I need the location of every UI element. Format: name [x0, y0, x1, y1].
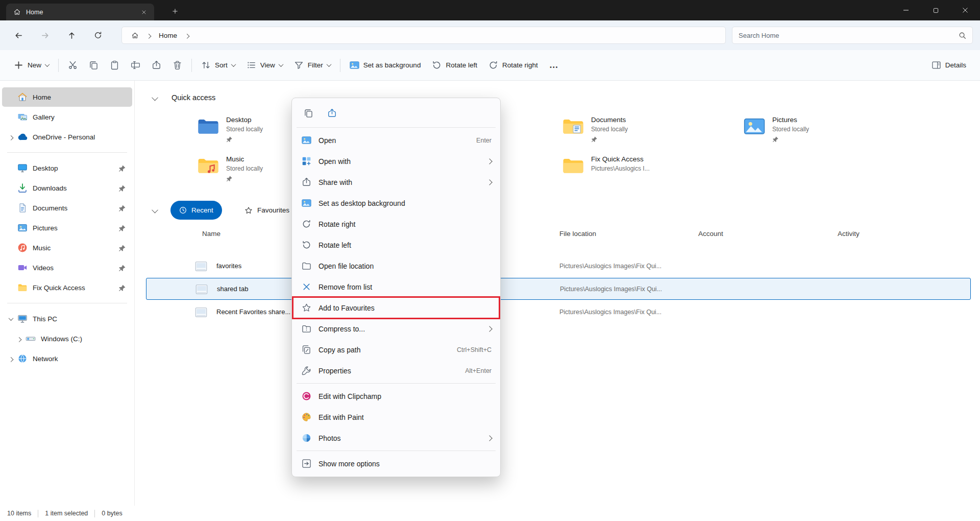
context-menu-item-properties[interactable]: Properties Alt+Enter: [295, 360, 498, 381]
more-options-button[interactable]: …: [544, 55, 564, 76]
context-menu-item-copy-as-path[interactable]: Copy as path Ctrl+Shift+C: [295, 339, 498, 360]
file-row-recent-favorites-share[interactable]: Recent Favorites share... Pictures\Auslo…: [146, 301, 971, 323]
chevron-right-icon: [486, 435, 492, 441]
minimize-button[interactable]: [891, 0, 921, 20]
rotate-right-button[interactable]: Rotate right: [483, 55, 544, 76]
context-menu-item-share-with[interactable]: Share with: [295, 172, 498, 193]
sidebar-item-onedrive[interactable]: OneDrive - Personal: [2, 127, 132, 147]
column-header-activity[interactable]: Activity: [838, 230, 860, 238]
sidebar-item-documents[interactable]: Documents: [2, 198, 132, 218]
context-menu-item-edit-with-paint[interactable]: Edit with Paint: [295, 407, 498, 428]
tile-pictures[interactable]: Pictures Stored locally: [743, 115, 919, 143]
new-button[interactable]: New: [8, 55, 55, 76]
cut-button[interactable]: [62, 55, 83, 76]
refresh-button[interactable]: [87, 26, 109, 45]
address-bar[interactable]: Home: [121, 27, 726, 44]
plus-icon: [14, 60, 23, 70]
tab-home[interactable]: Home: [6, 4, 154, 20]
context-menu-item-remove-from-list[interactable]: Remove from list: [295, 276, 498, 297]
maximize-button[interactable]: [921, 0, 950, 20]
context-menu-item-rotate-right[interactable]: Rotate right: [295, 214, 498, 234]
quick-access-collapse-chevron[interactable]: [149, 92, 160, 104]
file-row-favorites[interactable]: favorites Pictures\Auslogics Images\Fix …: [146, 255, 971, 277]
sidebar-item-this-pc[interactable]: This PC: [2, 309, 132, 328]
view-icon: [247, 60, 256, 70]
open-with-icon: [302, 156, 311, 166]
close-button[interactable]: [950, 0, 980, 20]
chevron-right-icon[interactable]: [185, 33, 190, 38]
sidebar-item-desktop[interactable]: Desktop: [2, 158, 132, 178]
sidebar-item-pictures[interactable]: Pictures: [2, 218, 132, 238]
back-button[interactable]: [7, 26, 30, 45]
context-menu-item-photos[interactable]: Photos: [295, 428, 498, 448]
rotate-left-button[interactable]: Rotate left: [426, 55, 483, 76]
context-menu-item-show-more-options[interactable]: Show more options: [295, 453, 498, 474]
copy-button[interactable]: [299, 104, 318, 122]
chevron-right-icon[interactable]: [146, 33, 152, 38]
copy-path-icon: [302, 345, 311, 354]
context-menu-quick-actions: [295, 101, 498, 125]
recent-filter-button[interactable]: Recent: [170, 201, 222, 220]
context-menu-item-open[interactable]: Open Enter: [295, 130, 498, 151]
videos-icon: [17, 263, 28, 273]
search-box[interactable]: [732, 27, 973, 44]
search-icon[interactable]: [959, 32, 966, 39]
titlebar: Home: [0, 0, 980, 20]
rotate-left-icon: [302, 240, 311, 250]
sidebar-item-downloads[interactable]: Downloads: [2, 178, 132, 198]
context-menu-item-open-file-location[interactable]: Open file location: [295, 255, 498, 276]
tile-fix-quick-access[interactable]: Fix Quick Access Pictures\Auslogics I...: [561, 155, 738, 175]
paste-button[interactable]: [104, 55, 125, 76]
filter-button[interactable]: Filter: [288, 55, 336, 76]
search-input[interactable]: [739, 32, 959, 39]
sidebar-item-network[interactable]: Network: [2, 349, 132, 368]
share-button[interactable]: [322, 104, 341, 122]
quick-access-title: Quick access: [172, 93, 215, 102]
chevron-down-icon[interactable]: [8, 316, 13, 321]
status-item-count: 10 items: [7, 510, 31, 517]
delete-button[interactable]: [167, 55, 188, 76]
sidebar-item-music[interactable]: Music: [2, 238, 132, 257]
breadcrumb-home-button[interactable]: [127, 30, 143, 41]
sidebar-item-home[interactable]: Home: [2, 87, 132, 107]
up-button[interactable]: [60, 26, 83, 45]
sort-button[interactable]: Sort: [195, 55, 241, 76]
context-menu-item-edit-with-clipchamp[interactable]: Edit with Clipchamp: [295, 386, 498, 407]
star-icon: [302, 303, 311, 313]
pin-icon: [226, 136, 233, 143]
context-menu-item-open-with[interactable]: Open with: [295, 151, 498, 172]
column-header-file-location[interactable]: File location: [559, 230, 596, 238]
context-menu-item-set-as-desktop-background[interactable]: Set as desktop background: [295, 193, 498, 214]
breadcrumb[interactable]: Home: [155, 30, 181, 41]
sidebar-item-windows-c[interactable]: Windows (C:): [10, 329, 132, 348]
file-row-shared-tab[interactable]: shared tab Pictures\Auslogics Images\Fix…: [146, 278, 971, 300]
forward-button[interactable]: [34, 26, 56, 45]
view-button[interactable]: View: [241, 55, 288, 76]
column-header-account[interactable]: Account: [698, 230, 723, 238]
network-icon: [17, 353, 28, 364]
separator: [7, 303, 127, 303]
pin-icon: [118, 204, 126, 212]
copy-button[interactable]: [83, 55, 104, 76]
rename-button[interactable]: [125, 55, 146, 76]
sidebar-item-videos[interactable]: Videos: [2, 258, 132, 277]
chevron-right-icon[interactable]: [16, 337, 21, 342]
context-menu-item-compress-to[interactable]: Compress to...: [295, 318, 498, 339]
star-icon: [244, 206, 253, 215]
sidebar-item-gallery[interactable]: Gallery: [2, 107, 132, 127]
context-menu-item-add-to-favourites[interactable]: Add to Favourites: [295, 297, 498, 318]
chevron-right-icon[interactable]: [8, 135, 13, 140]
chevron-right-icon[interactable]: [8, 357, 13, 362]
share-button[interactable]: [146, 55, 167, 76]
folder-icon: [302, 261, 311, 271]
context-menu-item-rotate-left[interactable]: Rotate left: [295, 234, 498, 255]
column-header-name[interactable]: Name: [202, 230, 220, 238]
sidebar-item-fix-quick-access[interactable]: Fix Quick Access: [2, 278, 132, 297]
new-tab-button[interactable]: [168, 5, 182, 18]
recent-collapse-chevron[interactable]: [149, 205, 160, 216]
set-as-background-button[interactable]: Set as background: [344, 55, 427, 76]
favourites-filter-button[interactable]: Favourites: [236, 201, 298, 220]
tile-documents[interactable]: Documents Stored locally: [561, 115, 738, 143]
tab-close-icon[interactable]: [138, 6, 150, 18]
details-button[interactable]: Details: [926, 55, 972, 76]
